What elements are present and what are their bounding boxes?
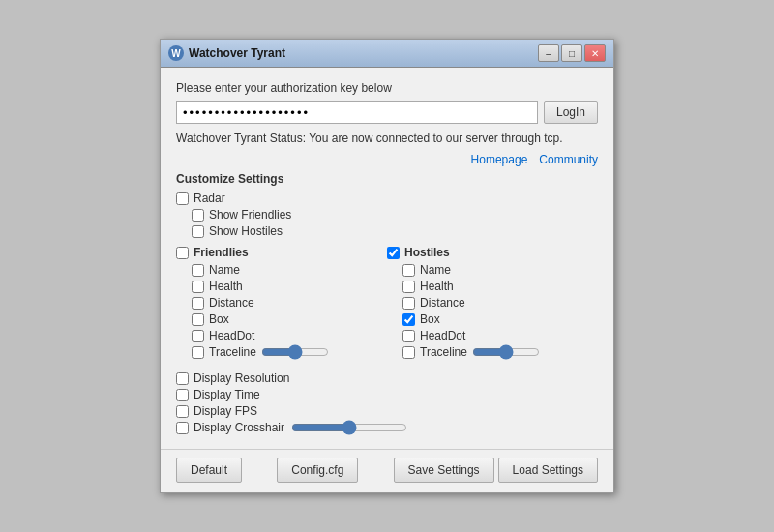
footer-center: Config.cfg — [277, 458, 358, 483]
window-title: Watchover Tyrant — [189, 46, 285, 60]
columns-area: Friendlies Name Health Distance Box — [176, 246, 598, 362]
friendlies-traceline-label: Traceline — [209, 345, 256, 359]
display-fps-row: Display FPS — [176, 404, 598, 418]
display-crosshair-slider[interactable] — [291, 421, 407, 434]
maximize-button[interactable]: □ — [561, 44, 582, 62]
hostiles-headdot-label: HeadDot — [420, 329, 465, 342]
hostiles-header-label: Hostiles — [404, 246, 450, 259]
display-crosshair-row: Display Crosshair — [176, 421, 598, 434]
title-bar-left: W Watchover Tyrant — [168, 45, 285, 61]
display-time-label: Display Time — [194, 388, 260, 401]
hostiles-traceline-row: Traceline — [402, 345, 598, 359]
show-friendlies-checkbox[interactable] — [192, 209, 204, 222]
friendlies-headdot-checkbox[interactable] — [192, 330, 204, 342]
friendlies-column: Friendlies Name Health Distance Box — [176, 246, 387, 362]
hostiles-box-label: Box — [420, 312, 440, 326]
friendlies-health-row: Health — [192, 280, 387, 293]
customize-section: Customize Settings Radar Show Friendlies… — [176, 172, 598, 238]
hostiles-distance-checkbox[interactable] — [402, 297, 415, 310]
footer-right: Save Settings Load Settings — [394, 458, 598, 483]
window-icon: W — [168, 45, 184, 61]
hostiles-headdot-checkbox[interactable] — [402, 330, 415, 342]
show-friendlies-row: Show Friendlies — [192, 208, 598, 222]
friendlies-header-checkbox[interactable] — [176, 247, 189, 259]
display-crosshair-checkbox[interactable] — [176, 422, 189, 434]
config-button[interactable]: Config.cfg — [277, 458, 358, 483]
default-button[interactable]: Default — [176, 458, 242, 483]
hostiles-header-row: Hostiles — [387, 246, 598, 259]
friendlies-health-label: Health — [209, 280, 243, 293]
hostiles-column: Hostiles Name Health Distance Box — [387, 246, 598, 362]
footer-row: Default Config.cfg Save Settings Load Se… — [161, 449, 613, 492]
hostiles-name-label: Name — [420, 263, 451, 277]
display-resolution-row: Display Resolution — [176, 371, 598, 385]
homepage-link[interactable]: Homepage — [471, 153, 528, 166]
show-hostiles-label: Show Hostiles — [209, 224, 283, 238]
display-resolution-label: Display Resolution — [194, 371, 289, 385]
friendlies-headdot-label: HeadDot — [209, 329, 254, 342]
community-link[interactable]: Community — [539, 153, 598, 166]
friendlies-traceline-checkbox[interactable] — [192, 346, 204, 359]
hostiles-box-row: Box — [402, 312, 598, 326]
friendlies-box-row: Box — [192, 312, 387, 326]
auth-input[interactable] — [176, 101, 538, 124]
display-time-row: Display Time — [176, 388, 598, 401]
show-friendlies-label: Show Friendlies — [209, 208, 291, 222]
friendlies-distance-label: Distance — [209, 296, 254, 310]
hostiles-header-checkbox[interactable] — [387, 247, 400, 259]
hostiles-traceline-slider[interactable] — [472, 345, 540, 359]
status-message: You are now connected to our server thro… — [309, 132, 562, 145]
hostiles-traceline-label: Traceline — [420, 345, 467, 359]
hostiles-distance-label: Distance — [420, 296, 465, 310]
display-time-checkbox[interactable] — [176, 389, 189, 401]
show-hostiles-row: Show Hostiles — [192, 224, 598, 238]
auth-row: LogIn — [176, 101, 598, 124]
auth-label: Please enter your authorization key belo… — [176, 81, 598, 95]
links-row: Homepage Community — [176, 153, 598, 166]
radar-row: Radar — [176, 192, 598, 205]
main-window: W Watchover Tyrant – □ ✕ Please enter yo… — [160, 39, 614, 493]
display-fps-label: Display FPS — [194, 404, 257, 418]
display-resolution-checkbox[interactable] — [176, 372, 189, 385]
friendlies-headdot-row: HeadDot — [192, 329, 387, 342]
show-hostiles-checkbox[interactable] — [192, 225, 204, 238]
title-buttons: – □ ✕ — [538, 44, 606, 62]
friendlies-box-label: Box — [209, 312, 229, 326]
friendlies-name-label: Name — [209, 263, 240, 277]
friendlies-box-checkbox[interactable] — [192, 313, 204, 326]
login-button[interactable]: LogIn — [544, 101, 598, 124]
radar-label: Radar — [194, 192, 225, 205]
display-crosshair-label: Display Crosshair — [194, 421, 284, 434]
save-settings-button[interactable]: Save Settings — [394, 458, 494, 483]
hostiles-name-checkbox[interactable] — [402, 264, 415, 277]
hostiles-health-row: Health — [402, 280, 598, 293]
load-settings-button[interactable]: Load Settings — [498, 458, 598, 483]
friendlies-distance-checkbox[interactable] — [192, 297, 204, 310]
radar-checkbox[interactable] — [176, 192, 189, 205]
minimize-button[interactable]: – — [538, 44, 559, 62]
content-area: Please enter your authorization key belo… — [161, 68, 613, 449]
friendlies-traceline-slider[interactable] — [261, 345, 329, 359]
friendlies-traceline-row: Traceline — [192, 345, 387, 359]
display-section: Display Resolution Display Time Display … — [176, 371, 598, 434]
friendlies-header-row: Friendlies — [176, 246, 387, 259]
hostiles-distance-row: Distance — [402, 296, 598, 310]
friendlies-name-checkbox[interactable] — [192, 264, 204, 277]
friendlies-distance-row: Distance — [192, 296, 387, 310]
status-label: Watchover Tyrant Status: — [176, 132, 306, 145]
hostiles-box-checkbox[interactable] — [402, 313, 415, 326]
status-row: Watchover Tyrant Status: You are now con… — [176, 132, 598, 145]
close-button[interactable]: ✕ — [584, 44, 606, 62]
hostiles-name-row: Name — [402, 263, 598, 277]
customize-title: Customize Settings — [176, 172, 598, 186]
friendlies-name-row: Name — [192, 263, 387, 277]
friendlies-health-checkbox[interactable] — [192, 281, 204, 293]
friendlies-header-label: Friendlies — [194, 246, 249, 259]
hostiles-headdot-row: HeadDot — [402, 329, 598, 342]
hostiles-traceline-checkbox[interactable] — [402, 346, 415, 359]
title-bar: W Watchover Tyrant – □ ✕ — [161, 40, 613, 68]
hostiles-health-label: Health — [420, 280, 454, 293]
hostiles-health-checkbox[interactable] — [402, 281, 415, 293]
display-fps-checkbox[interactable] — [176, 405, 189, 418]
